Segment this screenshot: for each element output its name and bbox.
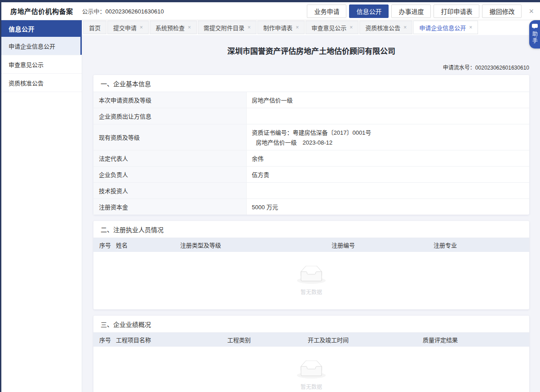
section-title: 三、企业业绩概况 [93,316,529,333]
column-header: 工程项目名称 [116,335,227,344]
sidebar-header: 信息公开 [1,20,82,37]
tab-label: 制作申请表 [263,23,292,32]
row-value: 房地产估价一级 [246,92,529,108]
main-content[interactable]: 深圳市国誉资产评估房地产土地估价顾问有限公司 申请流水号：00202306260… [82,35,540,392]
sidebar-item-label: 资质核准公告 [9,79,44,87]
column-header: 序号 [99,241,116,249]
table-row: 技术投资人 [93,183,529,199]
tab-close-icon[interactable]: × [140,25,143,30]
row-value: 伍方贵 [246,167,529,183]
app-title: 房地产估价机构备案 [10,6,73,16]
column-header: 序号 [99,335,116,344]
performance-empty-state: 暂无数据 [93,347,529,392]
section-title: 一、企业基本信息 [93,75,529,92]
sidebar: 信息公开 申请企业信息公开 审查意见公示 资质核准公告 [1,20,82,392]
staff-empty-state: 暂无数据 [93,252,529,309]
row-label: 企业负责人 [93,167,246,183]
application-serial: 申请流水号：002023062601630610 [93,63,529,71]
tab-label: 资质核准公告 [365,23,400,32]
filing-window: 房地产估价机构备案 公示中：002023062601630610 业务申请 信息… [1,2,540,392]
sidebar-item-approval-notice[interactable]: 资质核准公告 [1,74,82,92]
column-header: 注册编号 [332,241,434,249]
business-apply-button[interactable]: 业务申请 [307,4,346,18]
tab-home[interactable]: 首页 [83,21,106,34]
column-header: 质量评定结果 [423,335,529,344]
row-label: 注册资本金 [93,199,246,215]
close-icon[interactable]: × [529,7,534,15]
publicity-status: 公示中：002023062601630610 [82,7,164,15]
section-performance: 三、企业业绩概况 序号 工程项目名称 工程类别 开工及竣工时间 质量评定结果 [93,316,529,392]
info-disclosure-button[interactable]: 信息公开 [349,4,389,18]
row-value: 5000 万元 [246,199,529,215]
certificate-number-line: 资质证书编号：粤建房估深备〔2017〕0001号 [252,128,524,137]
progress-button[interactable]: 办事进度 [391,4,431,18]
print-application-button[interactable]: 打印申请表 [434,4,479,18]
column-header: 注册类型及等级 [180,241,332,249]
performance-table-header: 序号 工程项目名称 工程类别 开工及竣工时间 质量评定结果 [93,333,529,347]
basic-info-table: 本次申请资质及等级 房地产估价一级 企业资质出让方信息 现有资质及等级 资质证书… [93,92,529,215]
table-row: 企业资质出让方信息 [93,108,529,124]
tab-bar: 首页 提交申请× 系统预检查× 需提交附件目录× 制作申请表× 审查意见公示× [82,20,540,35]
table-row: 企业负责人 伍方贵 [93,167,529,183]
row-label: 现有资质及等级 [93,124,246,150]
withdraw-modify-button[interactable]: 撤回修改 [482,4,522,18]
tab-label: 提交申请 [113,23,137,32]
row-label: 企业资质出让方信息 [93,108,246,124]
assistant-label: 助手 [531,31,539,44]
tab-label: 首页 [89,23,101,32]
serial-label: 申请流水号： [443,65,475,71]
status-number: 002023062601630610 [106,8,164,15]
sidebar-item-apply-company-disclosure[interactable]: 申请企业信息公开 [1,37,82,55]
tab-apply-company-disclosure[interactable]: 申请企业信息公开× [413,21,478,34]
tab-close-icon[interactable]: × [248,25,251,30]
tab-close-icon[interactable]: × [188,25,191,30]
sidebar-item-review-opinion[interactable]: 审查意见公示 [1,55,82,74]
column-header: 开工及竣工时间 [308,335,423,344]
topbar-button-group: 业务申请 信息公开 办事进度 打印申请表 撤回修改 × [307,4,536,18]
row-label: 法定代表人 [93,150,246,167]
empty-inbox-icon [297,361,326,379]
tab-label: 系统预检查 [155,23,185,32]
tab-review-opinion[interactable]: 审查意见公示× [305,21,359,34]
tab-label: 需提交附件目录 [204,23,244,32]
tab-close-icon[interactable]: × [403,25,407,30]
staff-table-header: 序号 姓名 注册类型及等级 注册编号 注册专业 [93,238,529,252]
tab-label: 申请企业信息公开 [419,23,466,32]
tab-submit-application[interactable]: 提交申请× [107,21,149,34]
row-value [246,183,529,199]
top-bar: 房地产估价机构备案 公示中：002023062601630610 业务申请 信息… [1,2,540,20]
table-row: 现有资质及等级 资质证书编号：粤建房估深备〔2017〕0001号 房地产估价一级… [93,124,529,150]
row-value: 余伟 [246,150,529,167]
tab-label: 审查意见公示 [311,23,346,32]
row-value [246,108,529,124]
company-title: 深圳市国誉资产评估房地产土地估价顾问有限公司 [93,45,529,56]
qualification-grade-line: 房地产估价一级 2023-08-12 [252,138,524,146]
tab-approval-notice[interactable]: 资质核准公告× [359,21,412,34]
empty-inbox-icon [297,266,326,284]
empty-text: 暂无数据 [301,288,322,295]
sidebar-item-label: 申请企业信息公开 [9,42,55,50]
row-value: 资质证书编号：粤建房估深备〔2017〕0001号 房地产估价一级 2023-08… [246,124,529,150]
tab-system-precheck[interactable]: 系统预检查× [150,21,197,34]
section-registered-staff: 二、注册执业人员情况 序号 姓名 注册类型及等级 注册编号 注册专业 [93,221,529,309]
status-label: 公示中： [82,8,106,15]
table-row: 法定代表人 余伟 [93,150,529,167]
tab-close-icon[interactable]: × [469,25,472,30]
sidebar-item-label: 审查意见公示 [9,60,44,69]
chat-icon [532,24,538,29]
assistant-widget[interactable]: 助手 [529,20,540,48]
tab-close-icon[interactable]: × [350,25,353,30]
tab-attachment-catalog[interactable]: 需提交附件目录× [198,21,257,34]
table-row: 本次申请资质及等级 房地产估价一级 [93,92,529,108]
table-row: 注册资本金 5000 万元 [93,199,529,215]
column-header: 工程类别 [227,335,308,344]
row-label: 本次申请资质及等级 [93,92,246,108]
empty-text: 暂无数据 [301,383,322,390]
section-title: 二、注册执业人员情况 [93,221,529,238]
tab-make-application-form[interactable]: 制作申请表× [257,21,305,34]
column-header: 注册专业 [434,241,529,249]
section-basic-info: 一、企业基本信息 本次申请资质及等级 房地产估价一级 企业资质出让方信息 现有资… [93,75,529,215]
serial-number: 002023062601630610 [475,65,529,71]
tab-close-icon[interactable]: × [296,25,299,30]
column-header: 姓名 [116,241,180,249]
